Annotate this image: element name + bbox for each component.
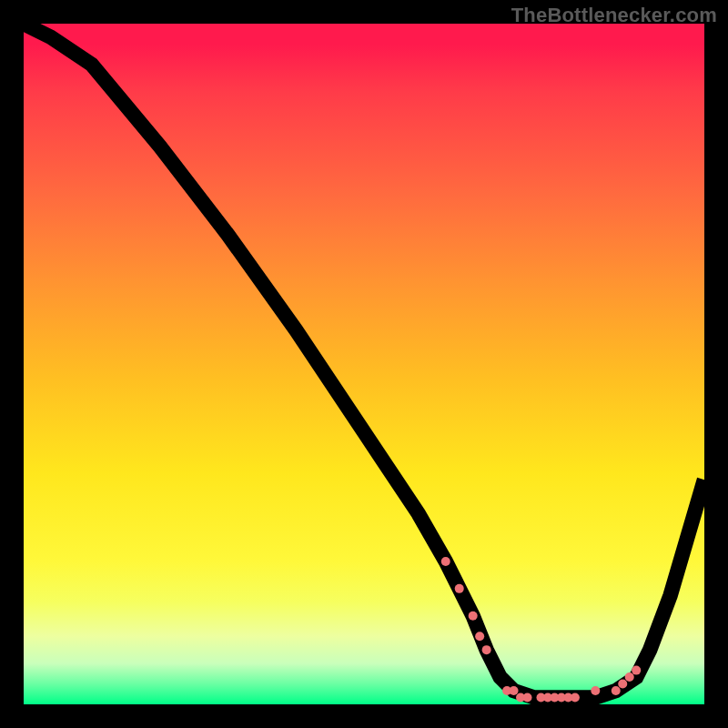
plot-area	[24, 24, 704, 704]
data-point	[469, 612, 478, 621]
data-point	[455, 584, 464, 593]
data-point	[632, 666, 641, 675]
data-point	[625, 672, 634, 682]
data-point	[571, 693, 580, 703]
bottleneck-curve-line	[24, 24, 704, 698]
watermark-text: TheBottlenecker.com	[511, 4, 717, 27]
chart-frame: TheBottlenecker.com	[0, 0, 728, 728]
data-point	[591, 686, 600, 695]
data-point	[618, 680, 627, 689]
data-point	[612, 686, 621, 695]
data-point	[510, 686, 519, 695]
data-point	[482, 645, 491, 654]
data-point	[475, 632, 484, 641]
data-point	[523, 693, 532, 703]
chart-svg	[24, 24, 704, 704]
data-point	[441, 557, 450, 566]
